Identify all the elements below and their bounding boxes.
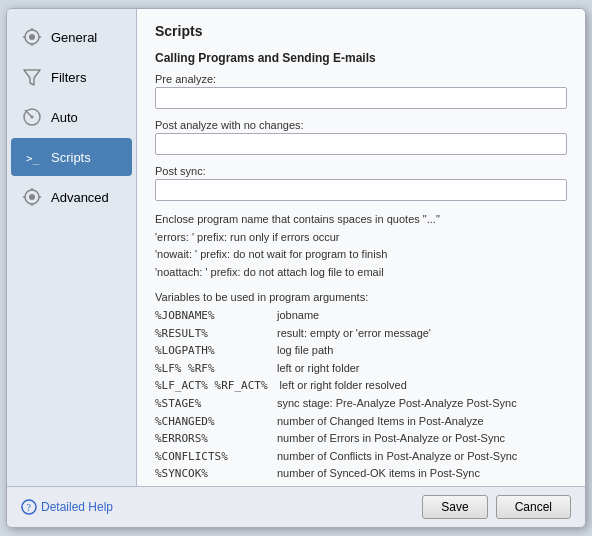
var-desc: sync stage: Pre-Analyze Post-Analyze Pos… [277,395,517,413]
var-desc: number of Changed Items in Post-Analyze [277,413,484,431]
var-row: %SYNCOK%number of Synced-OK items in Pos… [155,465,567,483]
advanced-icon [21,186,43,208]
section-title: Scripts [155,23,567,39]
var-desc: number of Conflicts in Post-Analyze or P… [277,448,517,466]
var-desc: result: empty or 'error message' [277,325,431,343]
post-analyze-input[interactable] [155,133,567,155]
general-icon [21,26,43,48]
var-desc: left or right folder [277,360,360,378]
help-icon: ? [21,499,37,515]
var-desc: log file path [277,342,333,360]
var-row: %LF% %RF%left or right folder [155,360,567,378]
sidebar: General Filters Auto [7,9,137,486]
main-content: Scripts Calling Programs and Sending E-m… [137,9,585,486]
var-name: %LF% %RF% [155,360,265,378]
svg-point-13 [29,194,35,200]
info-line-3: 'noattach: ' prefix: do not attach log f… [155,264,567,282]
svg-text:>_: >_ [26,152,40,165]
var-row: %ERRORS%number of Errors in Post-Analyze… [155,430,567,448]
info-line-2: 'nowait: ' prefix: do not wait for progr… [155,246,567,264]
subsection-title: Calling Programs and Sending E-mails [155,51,567,65]
filters-icon [21,66,43,88]
help-link-label: Detailed Help [41,500,113,514]
post-sync-label: Post sync: [155,165,567,177]
sidebar-item-advanced[interactable]: Advanced [11,178,132,216]
sidebar-item-auto[interactable]: Auto [11,98,132,136]
vars-table: Variables to be used in program argument… [155,289,567,483]
save-button[interactable]: Save [422,495,487,519]
var-name: %LF_ACT% %RF_ACT% [155,377,268,395]
var-name: %LOGPATH% [155,342,265,360]
post-sync-input[interactable] [155,179,567,201]
post-analyze-label: Post analyze with no changes: [155,119,567,131]
sidebar-label-filters: Filters [51,70,86,85]
info-box: Enclose program name that contains space… [155,211,567,281]
var-row: %CHANGED%number of Changed Items in Post… [155,413,567,431]
svg-point-9 [31,116,34,119]
var-row: %STAGE%sync stage: Pre-Analyze Post-Anal… [155,395,567,413]
var-name: %STAGE% [155,395,265,413]
detailed-help-link[interactable]: ? Detailed Help [21,499,113,515]
sidebar-item-scripts[interactable]: >_ Scripts [11,138,132,176]
var-row: %LOGPATH%log file path [155,342,567,360]
var-name: %CONFLICTS% [155,448,265,466]
dialog-body: General Filters Auto [7,9,585,486]
var-row: %RESULT%result: empty or 'error message' [155,325,567,343]
cancel-button[interactable]: Cancel [496,495,571,519]
info-line-0: Enclose program name that contains space… [155,211,567,229]
var-name: %CHANGED% [155,413,265,431]
sidebar-label-scripts: Scripts [51,150,91,165]
var-desc: number of Synced-OK items in Post-Sync [277,465,480,483]
var-desc: number of Errors in Post-Analyze or Post… [277,430,505,448]
scripts-icon: >_ [21,146,43,168]
pre-analyze-input[interactable] [155,87,567,109]
var-name: %JOBNAME% [155,307,265,325]
footer-buttons: Save Cancel [422,495,571,519]
var-row: %LF_ACT% %RF_ACT%left or right folder re… [155,377,567,395]
var-desc: jobname [277,307,319,325]
sidebar-label-general: General [51,30,97,45]
sidebar-item-filters[interactable]: Filters [11,58,132,96]
dialog: General Filters Auto [6,8,586,528]
svg-text:?: ? [27,502,32,513]
dialog-footer: ? Detailed Help Save Cancel [7,486,585,527]
pre-analyze-label: Pre analyze: [155,73,567,85]
var-name: %RESULT% [155,325,265,343]
sidebar-label-advanced: Advanced [51,190,109,205]
auto-icon [21,106,43,128]
var-desc: left or right folder resolved [280,377,407,395]
var-name: %ERRORS% [155,430,265,448]
sidebar-label-auto: Auto [51,110,78,125]
info-line-1: 'errors: ' prefix: run only if errors oc… [155,229,567,247]
var-row: %CONFLICTS%number of Conflicts in Post-A… [155,448,567,466]
svg-point-1 [29,34,35,40]
var-row: %JOBNAME%jobname [155,307,567,325]
svg-marker-6 [24,70,40,85]
var-name: %SYNCOK% [155,465,265,483]
sidebar-item-general[interactable]: General [11,18,132,56]
vars-header: Variables to be used in program argument… [155,289,368,307]
vars-header-row: Variables to be used in program argument… [155,289,567,307]
